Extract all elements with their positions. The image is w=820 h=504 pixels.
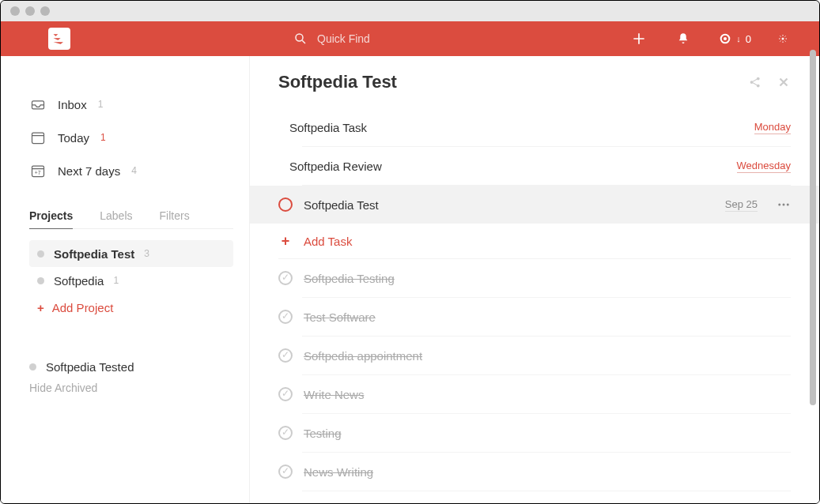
task-due-date[interactable]: Monday — [754, 121, 791, 134]
page-title: Softpedia Test — [278, 72, 397, 92]
task-due-date[interactable]: Wednesday — [737, 160, 791, 173]
task-title: News Writing — [304, 465, 373, 479]
task-checkbox[interactable] — [278, 465, 293, 479]
next7-label: Next 7 days — [58, 164, 120, 178]
task-title: Softpedia Task — [289, 121, 367, 134]
project-tabs: Projects Labels Filters — [29, 203, 233, 229]
inbox-icon — [29, 96, 47, 113]
sidebar-next7[interactable]: +7 Next 7 days 4 — [29, 154, 233, 187]
task-title: Write News — [304, 388, 364, 401]
task-row-completed[interactable]: Softpedia appointment — [278, 337, 791, 374]
task-checkbox[interactable] — [278, 348, 293, 363]
svg-point-12 — [778, 204, 780, 206]
task-title: Testing — [304, 427, 342, 440]
inbox-count: 1 — [98, 99, 104, 110]
traffic-minimize[interactable] — [25, 6, 35, 16]
project-color-dot — [29, 363, 36, 370]
tab-filters[interactable]: Filters — [160, 203, 190, 228]
notifications-icon[interactable] — [675, 30, 692, 47]
add-task-button[interactable]: + Add Task — [278, 224, 791, 258]
sidebar-inbox[interactable]: Inbox 1 — [29, 88, 233, 121]
scrollbar-thumb[interactable] — [810, 50, 816, 405]
archived-project-name: Softpedia Tested — [46, 360, 134, 374]
main-content: Softpedia Test Softpedia Task Monday — [250, 56, 819, 503]
svg-point-11 — [757, 85, 760, 88]
traffic-close[interactable] — [10, 6, 20, 16]
task-row-completed[interactable]: Test Software — [278, 298, 791, 336]
task-row-completed[interactable]: Testing — [278, 414, 791, 452]
svg-point-3 — [724, 37, 727, 40]
share-icon[interactable] — [748, 75, 762, 89]
task-title: Softpedia Test — [304, 198, 379, 212]
task-title: Test Software — [304, 310, 376, 324]
more-icon[interactable] — [777, 197, 791, 212]
traffic-zoom[interactable] — [40, 6, 50, 16]
project-row[interactable]: Softpedia 1 — [29, 267, 233, 294]
svg-point-13 — [783, 204, 785, 206]
task-list: Softpedia Task Monday Softpedia Review W… — [278, 108, 791, 503]
arrow-down-icon: ↓ — [736, 34, 741, 43]
sidebar: Inbox 1 Today 1 +7 Next 7 days 4 Project… — [1, 56, 250, 503]
project-name: Softpedia Test — [54, 247, 134, 261]
svg-point-4 — [782, 38, 784, 40]
task-row[interactable]: Softpedia Task Monday — [278, 108, 791, 146]
svg-point-9 — [750, 81, 754, 84]
plus-icon: + — [278, 234, 293, 248]
svg-point-14 — [787, 204, 789, 206]
task-checkbox[interactable] — [278, 426, 293, 440]
tab-projects[interactable]: Projects — [29, 203, 73, 229]
project-color-dot — [37, 250, 44, 258]
calendar-today-icon — [29, 129, 47, 146]
svg-line-1 — [302, 40, 305, 43]
hide-archived-button[interactable]: Hide Archived — [29, 382, 233, 394]
search-input[interactable] — [317, 32, 455, 45]
inbox-label: Inbox — [58, 98, 87, 111]
app-logo — [48, 28, 70, 50]
sidebar-today[interactable]: Today 1 — [29, 121, 233, 154]
search-icon — [292, 30, 309, 47]
add-task-label: Add Task — [304, 235, 352, 248]
task-row-completed[interactable]: Softpedia Testing — [278, 259, 791, 297]
task-row-completed[interactable]: Testing Software — [278, 491, 791, 503]
svg-rect-6 — [32, 133, 44, 143]
today-label: Today — [58, 131, 89, 145]
task-checkbox[interactable] — [278, 310, 293, 324]
calendar-week-icon: +7 — [29, 162, 47, 179]
task-checkbox[interactable] — [278, 197, 293, 212]
today-count: 1 — [100, 132, 106, 143]
next7-count: 4 — [131, 165, 137, 176]
task-due-date[interactable]: Sep 25 — [725, 198, 758, 212]
quick-add-icon[interactable] — [630, 30, 648, 47]
svg-point-0 — [296, 34, 303, 41]
tab-labels[interactable]: Labels — [100, 203, 132, 228]
plus-icon: + — [37, 301, 44, 314]
task-title: Softpedia appointment — [304, 349, 422, 363]
productivity-value: 0 — [746, 33, 751, 45]
task-row[interactable]: Softpedia Test Sep 25 — [250, 186, 819, 224]
project-row[interactable]: Softpedia Test 3 — [29, 240, 233, 267]
scrollbar[interactable] — [807, 21, 818, 502]
add-project-label: Add Project — [52, 301, 114, 314]
project-count: 1 — [113, 275, 119, 286]
search-box[interactable] — [292, 30, 455, 47]
window-traffic-lights — [1, 1, 819, 21]
task-title: Softpedia Review — [289, 160, 382, 173]
productivity-score[interactable]: ↓ 0 — [719, 32, 751, 45]
top-bar: ↓ 0 — [1, 21, 819, 56]
projects-list: Softpedia Test 3 Softpedia 1 + Add Proje… — [29, 240, 233, 321]
archived-project-row[interactable]: Softpedia Tested — [29, 360, 233, 374]
project-name: Softpedia — [54, 274, 104, 288]
task-checkbox[interactable] — [278, 387, 293, 401]
add-project-button[interactable]: + Add Project — [29, 294, 233, 321]
task-row-completed[interactable]: Write News — [278, 375, 791, 413]
svg-text:+7: +7 — [35, 170, 41, 175]
tools-icon[interactable] — [777, 75, 791, 89]
task-row[interactable]: Softpedia Review Wednesday — [278, 147, 791, 185]
svg-point-10 — [757, 77, 760, 81]
task-row-completed[interactable]: News Writing — [278, 453, 791, 491]
project-color-dot — [37, 277, 44, 284]
gear-icon[interactable] — [778, 30, 795, 47]
task-title: Softpedia Testing — [304, 272, 395, 285]
project-count: 3 — [144, 248, 149, 259]
task-checkbox[interactable] — [278, 271, 293, 285]
